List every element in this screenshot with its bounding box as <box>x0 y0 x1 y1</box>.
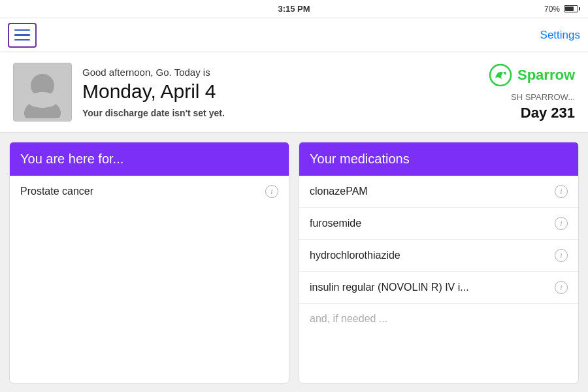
avatar <box>13 63 72 122</box>
here-for-body: Prostate cancer i <box>10 176 289 207</box>
med-item-text-0: clonazePAM <box>310 186 368 197</box>
med-info-icon-1[interactable]: i <box>555 217 568 230</box>
header-area: Good afternoon, Go. Today is Monday, Apr… <box>0 52 588 133</box>
here-for-card: You are here for... Prostate cancer i <box>9 142 289 384</box>
here-for-title: You are here for... <box>20 152 123 166</box>
med-item-3: insulin regular (NOVOLIN R) IV i... i <box>299 272 578 304</box>
med-item-text-3: insulin regular (NOVOLIN R) IV i... <box>310 282 469 293</box>
sparrow-section: Sparrow SH SPARROW... Day 231 <box>470 63 575 122</box>
menu-line-2 <box>14 34 30 36</box>
menu-button[interactable] <box>8 23 37 48</box>
here-for-info-icon-0[interactable]: i <box>265 185 278 198</box>
battery-percent: 70% <box>544 5 560 14</box>
header-text: Good afternoon, Go. Today is Monday, Apr… <box>82 67 460 118</box>
medications-title: Your medications <box>310 152 410 166</box>
med-info-icon-3[interactable]: i <box>555 281 568 294</box>
settings-link[interactable]: Settings <box>540 29 580 42</box>
sparrow-brand-name: Sparrow <box>517 67 575 84</box>
date-display: Monday, April 4 <box>82 80 460 103</box>
medications-body: clonazePAM i furosemide i hydrochlorothi… <box>299 176 578 334</box>
nav-bar: Settings <box>0 18 588 52</box>
sparrow-logo: Sparrow <box>470 63 575 87</box>
med-item-text-4: and, if needed ... <box>310 313 387 325</box>
greeting-text: Good afternoon, Go. Today is <box>82 67 460 78</box>
medications-header: Your medications <box>299 142 578 176</box>
battery-icon <box>564 5 580 12</box>
status-bar: 3:15 PM 70% <box>0 0 588 18</box>
med-item-0: clonazePAM i <box>299 176 578 208</box>
med-item-2: hydrochlorothiazide i <box>299 240 578 272</box>
svg-point-2 <box>27 92 58 108</box>
med-info-icon-0[interactable]: i <box>555 185 568 198</box>
here-for-item-0: Prostate cancer i <box>10 176 289 207</box>
menu-line-1 <box>14 29 30 31</box>
discharge-text: Your discharge date isn't set yet. <box>82 108 460 118</box>
status-bar-right: 70% <box>528 5 580 14</box>
med-item-1: furosemide i <box>299 208 578 240</box>
avatar-image <box>16 66 69 118</box>
menu-line-3 <box>14 39 30 41</box>
med-info-icon-2[interactable]: i <box>555 249 568 262</box>
content-area: You are here for... Prostate cancer i Yo… <box>0 133 588 392</box>
med-item-4: and, if needed ... <box>299 304 578 334</box>
med-item-text-2: hydrochlorothiazide <box>310 250 400 261</box>
sparrow-logo-icon <box>489 63 512 87</box>
day-counter: Day 231 <box>470 105 575 122</box>
sh-sparrow-text: SH SPARROW... <box>470 92 575 102</box>
med-item-text-1: furosemide <box>310 218 361 229</box>
medications-card: Your medications clonazePAM i furosemide… <box>299 142 579 384</box>
time-display: 3:15 PM <box>278 4 310 14</box>
here-for-item-text-0: Prostate cancer <box>20 186 93 197</box>
here-for-header: You are here for... <box>10 142 289 176</box>
